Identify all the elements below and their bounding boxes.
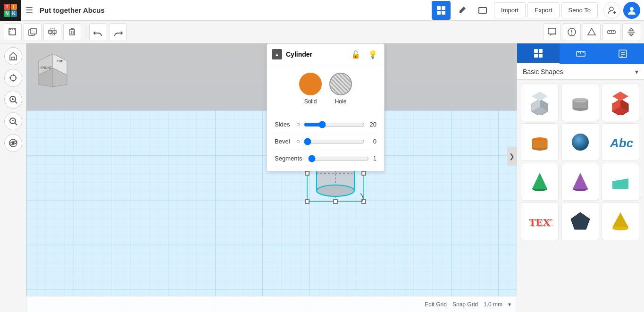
pyramid-shape-item[interactable] bbox=[602, 202, 639, 240]
project-title: Put together Abcus bbox=[38, 6, 432, 14]
snap-value-button[interactable]: 1.0 mm bbox=[484, 301, 502, 308]
box-red-shape-item[interactable] bbox=[602, 84, 639, 121]
undo-button[interactable] bbox=[89, 23, 107, 41]
segments-dot-icon bbox=[302, 155, 304, 162]
svg-point-24 bbox=[12, 142, 14, 144]
visibility-button[interactable]: 💡 bbox=[366, 48, 379, 61]
import-button[interactable]: Import bbox=[494, 2, 526, 18]
snap-dropdown-icon[interactable]: ▾ bbox=[508, 301, 511, 308]
logo-n: N bbox=[4, 10, 10, 17]
send-to-button[interactable]: Send To bbox=[561, 2, 598, 18]
toolbar-divider-1 bbox=[85, 25, 85, 39]
svg-rect-38 bbox=[305, 171, 309, 175]
notes-tab[interactable] bbox=[602, 43, 644, 64]
svg-marker-84 bbox=[612, 178, 628, 189]
export-button[interactable]: Export bbox=[527, 2, 560, 18]
comment-button[interactable] bbox=[543, 23, 561, 41]
align-button[interactable] bbox=[622, 23, 640, 41]
delete-button[interactable] bbox=[63, 23, 81, 41]
sides-dot-icon bbox=[296, 121, 300, 128]
zoom-in-button[interactable] bbox=[4, 91, 22, 109]
redo-button[interactable] bbox=[109, 23, 127, 41]
viewport[interactable]: TOP FRONT bbox=[26, 43, 517, 312]
cone-purple-shape-item[interactable] bbox=[561, 163, 599, 201]
solid-circle bbox=[299, 73, 322, 95]
add-user-button[interactable] bbox=[603, 2, 620, 19]
cylinder-shape-item[interactable] bbox=[561, 84, 599, 121]
camera-orientation-cube[interactable]: TOP FRONT bbox=[34, 49, 72, 92]
svg-text:FRONT: FRONT bbox=[41, 66, 52, 69]
home-view-button[interactable] bbox=[4, 47, 22, 65]
property-panel-header: ▲ Cylinder 🔓 💡 bbox=[267, 44, 384, 65]
build-button[interactable] bbox=[452, 1, 471, 20]
duplicate-button[interactable] bbox=[24, 23, 42, 41]
hole-circle bbox=[329, 73, 352, 95]
lock-button[interactable]: 🔓 bbox=[349, 48, 362, 61]
svg-point-51 bbox=[297, 123, 300, 126]
collapse-panel-button[interactable]: ▲ bbox=[272, 49, 282, 59]
svg-marker-71 bbox=[612, 92, 628, 101]
orbit-button[interactable] bbox=[4, 134, 22, 152]
sides-slider[interactable] bbox=[304, 121, 365, 128]
shapes-category-dropdown[interactable]: Basic Shapes Featured Shapes Letters bbox=[523, 68, 635, 76]
user-avatar-button[interactable] bbox=[623, 2, 640, 19]
shapes-tab[interactable] bbox=[517, 43, 560, 64]
copy-to-workplane-button[interactable] bbox=[4, 23, 22, 41]
pentagon-shape-item[interactable] bbox=[561, 202, 599, 240]
cone-green-shape-item[interactable] bbox=[521, 163, 559, 201]
hole-label: Hole bbox=[335, 98, 347, 105]
svg-rect-40 bbox=[305, 200, 309, 203]
solid-shape-option[interactable]: Solid bbox=[299, 73, 322, 105]
svg-point-53 bbox=[302, 158, 304, 159]
svg-rect-39 bbox=[362, 171, 366, 175]
bevel-dot-icon bbox=[296, 138, 300, 145]
projects-button[interactable] bbox=[473, 1, 492, 20]
dropdown-arrow-icon: ▾ bbox=[635, 68, 638, 76]
svg-text:TOP: TOP bbox=[57, 59, 64, 63]
svg-marker-81 bbox=[573, 173, 588, 189]
svg-rect-41 bbox=[334, 200, 337, 203]
right-panel-tabs bbox=[517, 43, 644, 64]
box-shape-item[interactable] bbox=[521, 84, 559, 121]
svg-rect-18 bbox=[12, 57, 15, 60]
measure-button[interactable] bbox=[602, 23, 620, 41]
svg-rect-0 bbox=[437, 6, 441, 10]
segments-value: 1 bbox=[373, 155, 376, 162]
text-red-shape-item[interactable]: TEXT TEXT bbox=[521, 202, 559, 240]
svg-rect-56 bbox=[534, 54, 538, 58]
ruler-tab[interactable] bbox=[560, 43, 602, 64]
property-params: Sides 20 Bevel 0 Segments 1 bbox=[267, 112, 384, 171]
svg-rect-14 bbox=[548, 28, 556, 34]
wedge-shape-item[interactable] bbox=[602, 163, 639, 201]
bevel-slider[interactable] bbox=[304, 138, 365, 145]
left-sidebar bbox=[0, 43, 26, 312]
logo-k: K bbox=[11, 10, 17, 17]
cylinder-orange-shape-item[interactable] bbox=[521, 123, 559, 161]
segments-slider[interactable] bbox=[308, 155, 369, 162]
menu-icon[interactable]: ☰ bbox=[21, 5, 38, 16]
bevel-value: 0 bbox=[368, 138, 376, 145]
expand-panel-button[interactable]: ❯ bbox=[507, 147, 517, 166]
shape-gen-button[interactable] bbox=[583, 23, 601, 41]
shapes-grid: Abc bbox=[517, 80, 644, 244]
edit-grid-button[interactable]: Edit Grid bbox=[425, 301, 447, 308]
svg-rect-1 bbox=[442, 6, 445, 10]
sphere-shape-item[interactable] bbox=[561, 123, 599, 161]
bevel-label: Bevel bbox=[275, 138, 296, 145]
property-panel: ▲ Cylinder 🔓 💡 Solid Hole Sides bbox=[267, 43, 385, 171]
inspector-button[interactable] bbox=[563, 23, 581, 41]
svg-marker-79 bbox=[532, 173, 547, 189]
text-3d-shape-item[interactable]: Abc bbox=[602, 123, 639, 161]
hole-shape-option[interactable]: Hole bbox=[329, 73, 352, 105]
app-logo[interactable]: T I N K bbox=[0, 0, 21, 21]
group-button[interactable] bbox=[43, 23, 61, 41]
svg-rect-2 bbox=[437, 11, 441, 15]
shapes-panel-header: Basic Shapes Featured Shapes Letters ▾ bbox=[517, 64, 644, 80]
snap-grid-label: Snap Grid bbox=[452, 301, 478, 308]
logo-t: T bbox=[4, 4, 10, 10]
grid-view-button[interactable] bbox=[432, 1, 451, 20]
fit-view-button[interactable] bbox=[4, 69, 22, 87]
zoom-out-button[interactable] bbox=[4, 112, 22, 130]
svg-rect-10 bbox=[31, 28, 36, 34]
bottom-bar: Edit Grid Snap Grid 1.0 mm ▾ bbox=[26, 296, 517, 312]
